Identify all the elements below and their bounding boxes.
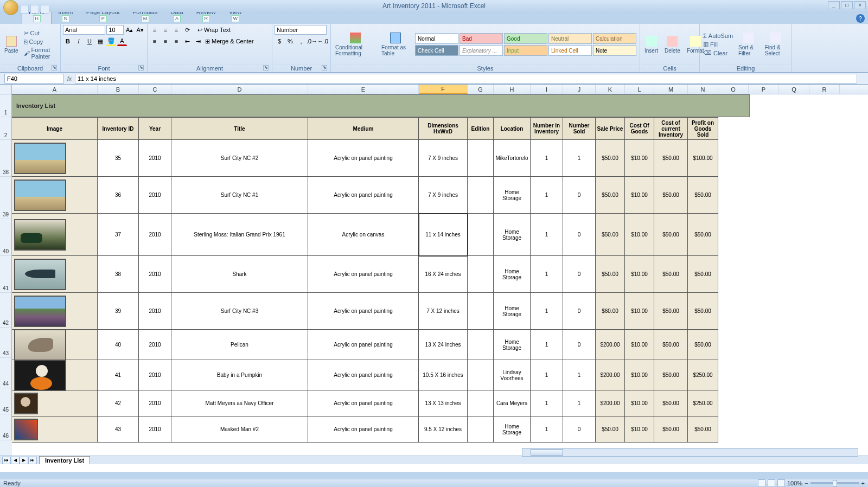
cell[interactable]: $10.00 [625,256,654,293]
cell[interactable] [468,330,494,360]
col-header-F[interactable]: F [419,85,468,94]
style-check-cell[interactable]: Check Cell [415,45,458,56]
cell[interactable]: Acrylic on canvas [308,214,419,256]
col-header-B[interactable]: B [98,85,139,94]
cell[interactable]: Acrylic on panel painting [308,360,419,390]
grow-font-icon[interactable]: A▴ [125,25,135,35]
style-bad[interactable]: Bad [459,33,503,44]
cell[interactable]: $50.00 [654,293,688,330]
cell[interactable]: $50.00 [688,416,718,443]
cell[interactable]: Pelican [171,330,308,360]
fx-icon[interactable]: fx [64,75,75,82]
cell[interactable]: 0 [563,256,596,293]
cell[interactable]: $50.00 [654,416,688,443]
cell[interactable]: Masked Man #2 [171,416,308,443]
cell[interactable] [12,416,98,443]
cell[interactable]: $50.00 [654,214,688,256]
col-header-M[interactable]: M [654,85,688,94]
col-header-G[interactable]: G [468,85,494,94]
col-header-C[interactable]: C [139,85,171,94]
cell[interactable]: 41 [98,360,139,390]
decrease-indent-icon[interactable]: ⇤ [182,36,192,46]
cell[interactable]: Surf City NC #3 [171,293,308,330]
cell[interactable]: $200.00 [596,360,625,390]
cell[interactable]: Acrylic on panel painting [308,293,419,330]
qat-redo-icon[interactable] [41,5,49,14]
office-button[interactable] [3,0,18,15]
cell[interactable]: 1 [531,360,563,390]
cell[interactable]: 38 [98,256,139,293]
cell[interactable]: 9.5 X 12 inches [419,416,468,443]
merge-center-button[interactable]: ⊞Merge & Center [204,37,255,46]
cell[interactable]: 13 X 24 inches [419,330,468,360]
cell[interactable]: Surf City NC #2 [171,140,308,177]
format-as-table-button[interactable]: Format as Table [379,31,412,57]
cell[interactable]: 1 [531,330,563,360]
view-layout-icon[interactable] [768,479,775,487]
delete-cells-button[interactable]: Delete [662,35,682,55]
cell[interactable]: Home Storage [494,214,531,256]
fill-button[interactable]: ▥Fill [702,40,734,48]
cell[interactable]: 2010 [139,390,171,416]
align-bottom-icon[interactable]: ≡ [171,25,181,35]
cell[interactable]: $50.00 [596,256,625,293]
col-header-K[interactable]: K [596,85,625,94]
cell[interactable] [12,140,98,177]
cell[interactable]: Acrylic on panel painting [308,330,419,360]
cell[interactable]: 1 [563,140,596,177]
cell[interactable]: $60.00 [596,293,625,330]
cell[interactable]: $50.00 [688,256,718,293]
row-header-40[interactable]: 40 [0,219,12,256]
tab-nav-next[interactable]: ▶ [20,457,28,464]
cell[interactable]: 0 [563,416,596,443]
orientation-icon[interactable]: ⟳ [182,25,192,35]
col-header-D[interactable]: D [171,85,308,94]
currency-icon[interactable]: $ [275,36,284,46]
cell[interactable]: $50.00 [596,140,625,177]
maximize-button[interactable]: □ [841,1,853,9]
zoom-slider[interactable] [810,482,859,484]
cell[interactable]: $50.00 [654,177,688,214]
format-painter-button[interactable]: 🖌Format Painter [23,46,58,60]
cell[interactable]: Acrylic on panel painting [308,390,419,416]
cell[interactable]: 1 [531,416,563,443]
row-header-1[interactable]: 1 [0,94,12,117]
cell[interactable] [468,140,494,177]
cell[interactable]: 10.5 X 16 inches [419,360,468,390]
style-explanatory-[interactable]: Explanatory ... [459,45,503,56]
cell[interactable]: 0 [563,293,596,330]
increase-indent-icon[interactable]: ⇥ [193,36,203,46]
col-header-E[interactable]: E [308,85,419,94]
number-launcher[interactable]: ⬊ [322,65,327,71]
cell[interactable]: Acrylic on panel painting [308,416,419,443]
col-header-O[interactable]: O [718,85,749,94]
sort-filter-button[interactable]: Sort & Filter [736,31,761,57]
cell[interactable]: $50.00 [654,330,688,360]
align-middle-icon[interactable]: ≡ [161,25,170,35]
cell[interactable]: $50.00 [688,293,718,330]
zoom-out-button[interactable]: − [805,480,808,486]
minimize-button[interactable]: _ [828,1,840,9]
cell[interactable]: 35 [98,140,139,177]
bold-button[interactable]: B [63,36,73,46]
cell[interactable]: Shark [171,256,308,293]
cell[interactable]: $200.00 [596,390,625,416]
col-header-H[interactable]: H [494,85,531,94]
col-header-P[interactable]: P [749,85,779,94]
cell[interactable]: 13 X 13 inches [419,390,468,416]
cell[interactable]: 40 [98,330,139,360]
cell[interactable]: Sterling Moss: Italian Grand Prix 1961 [171,214,308,256]
conditional-formatting-button[interactable]: Conditional Formatting [333,31,377,57]
font-color-button[interactable]: A [117,36,127,46]
insert-cells-button[interactable]: Insert [642,35,660,55]
horizontal-scrollbar[interactable] [522,448,858,457]
cell[interactable]: Home Storage [494,416,531,443]
style-note[interactable]: Note [593,45,636,56]
col-header-N[interactable]: N [688,85,718,94]
cell[interactable]: Lindsay Voorhees [494,360,531,390]
align-left-icon[interactable]: ≡ [150,36,159,46]
border-button[interactable]: ▦ [95,36,105,46]
cell[interactable]: $50.00 [596,416,625,443]
comma-icon[interactable]: , [296,36,306,46]
italic-button[interactable]: I [74,36,84,46]
